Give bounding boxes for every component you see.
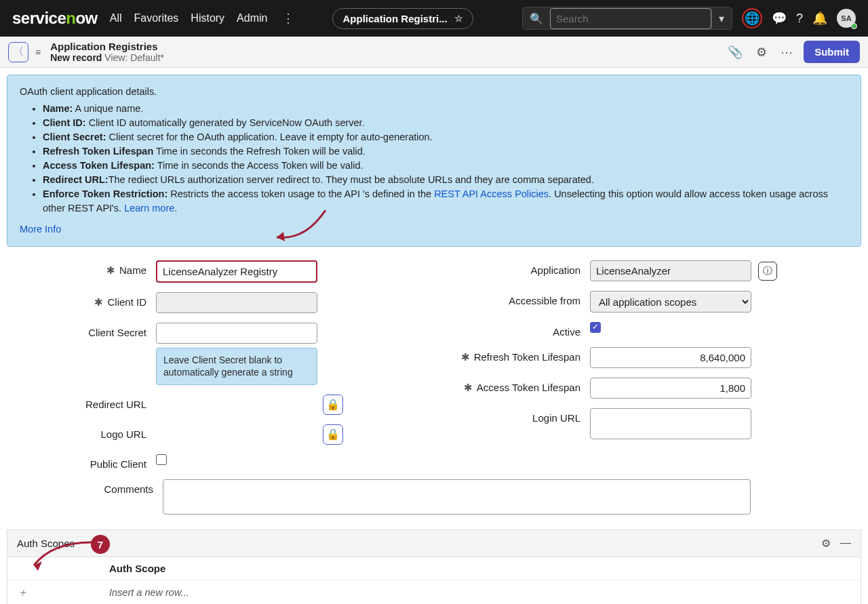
client-secret-hint: Leave Client Secret blank to automatical…	[156, 348, 317, 384]
globe-icon: 🌐	[745, 11, 760, 26]
b6: Enforce Token Restriction:	[43, 188, 167, 199]
list-menu-icon[interactable]: ≡	[35, 47, 41, 58]
breadcrumb-text: Application Registri...	[342, 13, 447, 24]
more-info-link[interactable]: More Info	[20, 222, 61, 237]
auth-scopes-title: Auth Scopes	[17, 538, 75, 549]
plus-icon[interactable]: ＋	[17, 586, 109, 600]
step-badge-7: 7	[91, 535, 110, 554]
auth-scope-column: Auth Scope	[7, 557, 861, 580]
view-name: View: Default*	[104, 52, 164, 63]
accessible-from-select[interactable]: All application scopes	[590, 291, 751, 313]
required-icon: ✱	[461, 351, 470, 363]
redirect-url-label: Redirect URL	[85, 399, 146, 410]
nav-admin[interactable]: Admin	[237, 12, 267, 24]
chat-icon[interactable]: 💬	[772, 11, 787, 26]
form-right-col: Application ⓘ Accessible from All applic…	[448, 260, 854, 479]
search-box[interactable]: 🔍	[522, 7, 712, 30]
gear-icon[interactable]: ⚙	[821, 537, 831, 550]
public-client-checkbox[interactable]	[156, 454, 167, 465]
login-url-input[interactable]	[590, 408, 751, 439]
application-info-button[interactable]: ⓘ	[758, 262, 777, 281]
auth-scope-new-row[interactable]: ＋ Insert a new row...	[7, 580, 861, 604]
star-icon[interactable]: ☆	[454, 13, 463, 24]
presence-dot	[851, 23, 857, 29]
collapse-icon[interactable]: —	[840, 537, 851, 549]
page-title: Application Registries	[50, 41, 164, 52]
page-subtitle: New record View: Default*	[50, 52, 164, 63]
required-icon: ✱	[464, 382, 473, 393]
back-button[interactable]: 〈	[8, 42, 28, 62]
b0: Name:	[43, 103, 73, 114]
rest-api-link[interactable]: REST API Access Policies	[434, 188, 549, 199]
client-secret-label: Client Secret	[88, 327, 146, 338]
attachment-icon[interactable]: 📎	[728, 45, 743, 60]
name-label: Name	[119, 264, 146, 276]
b3: Refresh Token Lifespan	[43, 146, 153, 157]
b2: Client Secret:	[43, 132, 106, 142]
redirect-url-lock-button[interactable]: 🔒	[323, 395, 343, 415]
accessible-from-label: Accessible from	[509, 295, 580, 306]
search-dropdown[interactable]: ▾	[712, 7, 732, 30]
t2: Client secret for the OAuth application.…	[106, 132, 432, 142]
learn-more-link[interactable]: Learn more	[124, 203, 174, 214]
application-label: Application	[531, 264, 580, 276]
submit-button-top[interactable]: Submit	[804, 41, 860, 63]
more-icon[interactable]: ⋮	[282, 11, 294, 26]
banner-list: Name: A unique name. Client ID: Client I…	[43, 102, 848, 216]
globe-ring[interactable]: 🌐	[742, 8, 762, 28]
required-icon: ✱	[106, 264, 115, 276]
logo-text: service	[12, 9, 66, 27]
info-banner: OAuth client application details. Name: …	[7, 75, 861, 247]
access-token-label: Access Token Lifespan	[477, 382, 580, 393]
logo-url-label: Logo URL	[100, 428, 146, 440]
help-icon[interactable]: ?	[796, 12, 803, 26]
client-secret-input[interactable]	[156, 323, 317, 344]
breadcrumb-pill[interactable]: Application Registri... ☆	[332, 8, 473, 29]
auth-scopes-section: Auth Scopes ⚙ — Auth Scope ＋ Insert a ne…	[7, 529, 861, 604]
more-actions-icon[interactable]: ⋯	[781, 45, 793, 60]
avatar-initials: SA	[841, 14, 851, 22]
search-icon: 🔍	[523, 12, 550, 25]
refresh-token-input[interactable]	[590, 347, 751, 368]
nav-all[interactable]: All	[110, 12, 122, 24]
avatar[interactable]: SA	[837, 9, 856, 28]
banner-intro: OAuth client application details.	[20, 85, 848, 99]
info-icon: ⓘ	[763, 265, 772, 277]
b1: Client ID:	[43, 117, 86, 128]
lock-icon: 🔒	[326, 428, 340, 441]
nav-history[interactable]: History	[191, 12, 224, 24]
client-id-input	[156, 292, 317, 313]
access-token-input[interactable]	[590, 378, 751, 399]
t0: A unique name.	[73, 103, 143, 114]
nav-favorites[interactable]: Favorites	[134, 12, 179, 24]
logo: servicenow	[12, 9, 98, 28]
logo-accent: n	[66, 9, 75, 27]
active-label: Active	[553, 326, 580, 338]
t5: The rediect URLs authorization server re…	[108, 174, 594, 185]
lock-icon: 🔒	[326, 398, 340, 411]
content-area: OAuth client application details. Name: …	[0, 68, 868, 604]
auth-scopes-header: Auth Scopes ⚙ —	[7, 530, 861, 557]
application-input	[590, 260, 751, 281]
bell-icon[interactable]: 🔔	[812, 11, 827, 26]
personalize-icon[interactable]: ⚙	[756, 45, 767, 60]
t4: Time in seconds the Access Token will be…	[155, 160, 363, 171]
top-nav: servicenow All Favorites History Admin ⋮…	[0, 0, 868, 37]
sub-header: 〈 ≡ Application Registries New record Vi…	[0, 37, 868, 68]
active-checkbox[interactable]	[590, 322, 601, 333]
required-icon: ✱	[94, 296, 103, 308]
logo-text-post: ow	[75, 9, 97, 27]
client-id-label: Client ID	[107, 296, 146, 308]
refresh-token-label: Refresh Token Lifespan	[474, 351, 580, 363]
form-left-col: ✱Name ✱Client ID Client Secret Leave Cli…	[14, 260, 420, 479]
name-input[interactable]	[156, 260, 317, 283]
login-url-label: Login URL	[532, 412, 580, 424]
form: ✱Name ✱Client ID Client Secret Leave Cli…	[7, 260, 861, 479]
t6a: Restricts the access token usage to the …	[167, 188, 434, 199]
b4: Access Token Lifespan:	[43, 160, 155, 171]
search-input[interactable]	[550, 8, 711, 29]
public-client-label: Public Client	[90, 458, 146, 470]
logo-url-lock-button[interactable]: 🔒	[323, 424, 343, 445]
comments-label: Comments	[104, 483, 153, 495]
comments-input[interactable]	[163, 479, 751, 515]
